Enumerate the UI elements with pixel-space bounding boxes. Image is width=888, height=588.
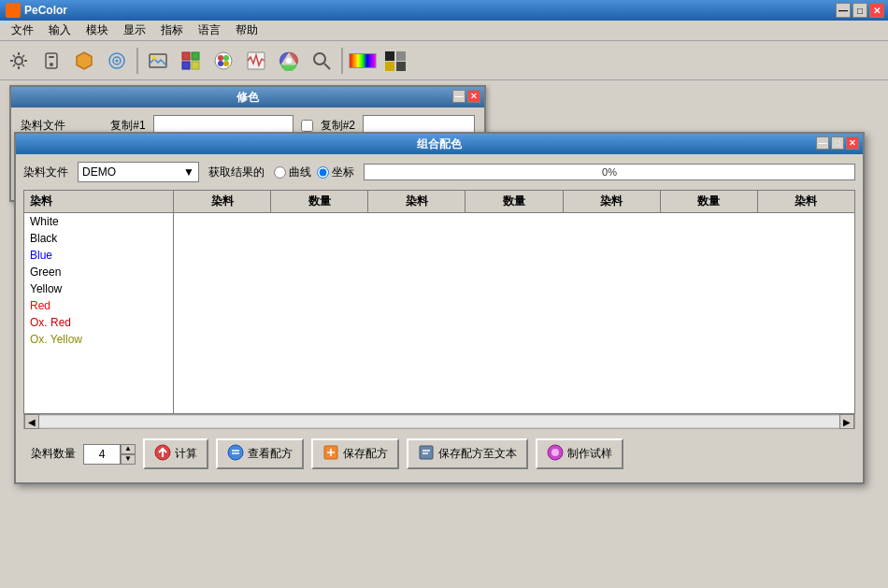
zuhe-radio-curve-input[interactable] bbox=[274, 166, 286, 179]
dye-item-green[interactable]: Green bbox=[24, 264, 173, 280]
h-scroll-left[interactable]: ◀ bbox=[24, 414, 39, 429]
dye-item-red[interactable]: Red bbox=[24, 297, 173, 314]
zuhe-progress-bar: 0% bbox=[364, 164, 855, 180]
svg-rect-10 bbox=[182, 52, 190, 60]
qty-arrows: ▲ ▼ bbox=[121, 444, 136, 465]
zuhe-radio-coord[interactable]: 坐标 bbox=[317, 165, 354, 180]
zuhe-top-row: 染料文件 DEMO ▼ 获取结果的 曲线 坐标 bbox=[23, 162, 855, 182]
close-button[interactable]: ✕ bbox=[869, 3, 884, 18]
zuhe-dialog: 组合配色 — □ ✕ 染料文件 DEMO ▼ 获取结果的 曲线 bbox=[14, 132, 865, 484]
svg-point-9 bbox=[152, 56, 156, 60]
dye-qty-input[interactable] bbox=[83, 444, 121, 465]
xiuse-title: 修色 bbox=[236, 90, 259, 106]
svg-point-16 bbox=[223, 55, 229, 61]
dye-item-yellow[interactable]: Yellow bbox=[24, 280, 173, 297]
svg-point-2 bbox=[50, 63, 53, 66]
make-sample-button[interactable]: 制作试样 bbox=[536, 438, 623, 469]
main-area: 修色 — ✕ 染料文件 复制#1 复制#2 DEMO ▼ bbox=[0, 80, 888, 588]
remote-icon[interactable] bbox=[36, 46, 66, 76]
toolbar-separator-1 bbox=[136, 48, 138, 74]
calculate-icon bbox=[154, 444, 171, 464]
wheel-icon[interactable] bbox=[274, 46, 304, 76]
xiuse-controls: — ✕ bbox=[452, 90, 480, 103]
xiuse-copy2-check[interactable] bbox=[301, 120, 313, 132]
search-icon[interactable] bbox=[307, 46, 337, 76]
svg-rect-27 bbox=[385, 62, 394, 71]
zuhe-radio-coord-input[interactable] bbox=[317, 166, 329, 179]
zuhe-dropdown-arrow: ▼ bbox=[183, 165, 194, 179]
save-formula-text-label: 保存配方至文本 bbox=[438, 446, 517, 462]
svg-rect-3 bbox=[49, 56, 54, 58]
zuhe-minimize[interactable]: — bbox=[816, 136, 829, 150]
dye-list-header-label: 染料 bbox=[30, 194, 52, 209]
col-header-qty2: 数量 bbox=[465, 191, 563, 212]
svg-point-7 bbox=[116, 59, 119, 62]
svg-rect-28 bbox=[396, 62, 406, 71]
image-icon[interactable] bbox=[143, 46, 173, 76]
view-formula-button[interactable]: 查看配方 bbox=[216, 438, 304, 469]
app-title: PeColor bbox=[24, 4, 67, 17]
svg-point-21 bbox=[286, 58, 292, 64]
svg-rect-24 bbox=[350, 53, 376, 67]
dye-list-header: 染料 bbox=[24, 191, 173, 213]
xiuse-title-bar: 修色 — ✕ bbox=[11, 87, 484, 108]
spectrum-icon[interactable] bbox=[348, 46, 378, 76]
zuhe-radio-group: 曲线 坐标 bbox=[274, 165, 354, 180]
dye-item-ox-red[interactable]: Ox. Red bbox=[24, 314, 173, 331]
col-header-dye1: 染料 bbox=[174, 191, 271, 212]
qty-down-arrow[interactable]: ▼ bbox=[121, 454, 136, 465]
color-matrix-icon[interactable] bbox=[380, 46, 410, 76]
data-table-wrapper: 染料 数量 染料 数量 染料 数量 染料 bbox=[174, 191, 854, 413]
menu-language[interactable]: 语言 bbox=[191, 21, 228, 40]
menu-indicator[interactable]: 指标 bbox=[153, 21, 191, 40]
svg-point-0 bbox=[15, 57, 22, 65]
title-bar: PeColor — □ ✕ bbox=[0, 0, 888, 21]
minimize-button[interactable]: — bbox=[836, 3, 851, 18]
target-icon[interactable] bbox=[102, 46, 132, 76]
dye-item-ox-yellow[interactable]: Ox. Yellow bbox=[24, 331, 173, 348]
zuhe-title-bar: 组合配色 — □ ✕ bbox=[16, 134, 863, 154]
svg-rect-25 bbox=[385, 51, 394, 61]
svg-point-15 bbox=[218, 55, 223, 61]
qty-up-arrow[interactable]: ▲ bbox=[121, 444, 136, 454]
save-formula-button[interactable]: 保存配方 bbox=[311, 438, 399, 469]
h-scrollbar[interactable]: ◀ ▶ bbox=[23, 414, 855, 429]
menu-file[interactable]: 文件 bbox=[4, 21, 41, 40]
xiuse-file-label: 染料文件 bbox=[21, 118, 65, 134]
menu-input[interactable]: 输入 bbox=[41, 21, 79, 40]
grid-cube-icon[interactable] bbox=[176, 46, 206, 76]
xiuse-close[interactable]: ✕ bbox=[467, 90, 480, 103]
save-formula-text-button[interactable]: 保存配方至文本 bbox=[407, 438, 528, 469]
app-icon bbox=[6, 3, 21, 18]
svg-point-18 bbox=[223, 61, 229, 66]
palette2-icon[interactable] bbox=[208, 46, 238, 76]
hexagon-icon[interactable] bbox=[69, 46, 99, 76]
zuhe-body: 染料文件 DEMO ▼ 获取结果的 曲线 坐标 bbox=[16, 154, 863, 482]
menu-help[interactable]: 帮助 bbox=[228, 21, 265, 40]
zuhe-radio-curve[interactable]: 曲线 bbox=[274, 165, 311, 180]
svg-rect-36 bbox=[420, 446, 433, 459]
svg-point-17 bbox=[218, 61, 223, 66]
zuhe-maximize[interactable]: □ bbox=[831, 136, 844, 150]
dye-item-white[interactable]: White bbox=[24, 213, 173, 230]
h-scroll-right[interactable]: ▶ bbox=[839, 414, 854, 429]
dye-item-blue[interactable]: Blue bbox=[24, 247, 173, 264]
xiuse-minimize[interactable]: — bbox=[452, 90, 465, 103]
make-sample-icon bbox=[547, 444, 564, 464]
maximize-button[interactable]: □ bbox=[852, 3, 867, 18]
save-formula-icon bbox=[322, 444, 339, 464]
calculate-button[interactable]: 计算 bbox=[143, 438, 208, 469]
svg-point-14 bbox=[215, 52, 232, 69]
svg-point-40 bbox=[551, 449, 559, 456]
dye-qty-group: ▲ ▼ bbox=[83, 444, 136, 465]
zuhe-controls: — □ ✕ bbox=[816, 136, 859, 150]
dye-item-black[interactable]: Black bbox=[24, 230, 173, 247]
h-scroll-track[interactable] bbox=[39, 416, 839, 427]
settings-icon[interactable] bbox=[4, 46, 34, 76]
waveform-icon[interactable] bbox=[241, 46, 271, 76]
zuhe-close[interactable]: ✕ bbox=[846, 136, 859, 150]
zuhe-file-dropdown[interactable]: DEMO ▼ bbox=[78, 162, 199, 182]
menu-module[interactable]: 模块 bbox=[79, 21, 116, 40]
zuhe-file-label: 染料文件 bbox=[23, 165, 68, 180]
menu-display[interactable]: 显示 bbox=[116, 21, 153, 40]
